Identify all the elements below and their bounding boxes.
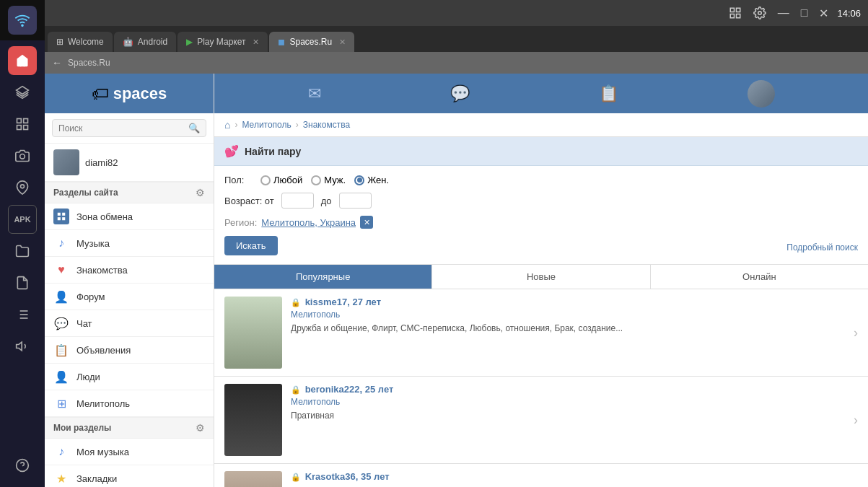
user-card-beronika222[interactable]: 🔒 beronika222, 25 лет Мелитополь Пративн… [214, 377, 868, 464]
nav-city-label: Мелитополь [76, 398, 130, 409]
tab-android-icon: 🤖 [123, 37, 133, 47]
card-info-beronika222: 🔒 beronika222, 25 лет Мелитополь Пративн… [291, 384, 845, 422]
nav-people[interactable]: 👤 Люди [45, 364, 214, 390]
settings-icon[interactable] [753, 6, 766, 19]
user-card-kissme17[interactable]: 🔒 kissme17, 27 лет Мелитополь Дружба и о… [214, 289, 868, 377]
camera-icon[interactable] [8, 141, 37, 170]
map-icon[interactable] [8, 173, 37, 202]
doc-icon[interactable] [8, 268, 37, 297]
profile-avatar[interactable] [748, 80, 775, 108]
tab-spaces-close[interactable]: ✕ [339, 38, 346, 47]
section-breadcrumb[interactable]: Знакомства [303, 120, 350, 130]
nav-dating[interactable]: ♥ Знакомства [45, 257, 214, 284]
svg-rect-3 [24, 119, 28, 123]
minimize-button[interactable]: — [778, 6, 789, 19]
section-myrz-title: Мои разделы [53, 423, 111, 433]
forum-icon: 👤 [53, 289, 69, 304]
section-myrazdelysite: Мои разделы ⚙ [45, 417, 214, 439]
nav-bookmarks-label: Закладки [76, 473, 117, 484]
card-name-krasotka36: 🔒 Krasotka36, 35 лет [291, 471, 845, 482]
age-to-input[interactable] [339, 193, 372, 209]
wifi-icon[interactable] [8, 6, 37, 35]
nav-music[interactable]: ♪ Музыка [45, 230, 214, 257]
mail-icon[interactable]: ✉ [308, 84, 321, 103]
nav-forum-label: Форум [76, 291, 105, 302]
svg-rect-23 [62, 213, 65, 216]
user-card-krasotka36[interactable]: 🔒 Krasotka36, 35 лет › [214, 464, 868, 487]
advanced-search-link[interactable]: Подробный поиск [786, 242, 858, 253]
card-arrow-beronika222: › [854, 413, 858, 428]
radio-male-circle [311, 175, 321, 185]
nav-chat[interactable]: 💬 Чат [45, 310, 214, 337]
tab-play-market[interactable]: ▶ Play Маркет ✕ [177, 32, 268, 52]
nav-ads[interactable]: 📋 Объявления [45, 337, 214, 364]
nav-my-music-label: Моя музыка [76, 447, 129, 457]
list-icon[interactable] [8, 300, 37, 329]
region-value[interactable]: Мелитополь, Украина [261, 217, 356, 228]
search-box: 🔍 [45, 113, 214, 144]
card-photo-krasotka36 [224, 471, 282, 487]
app-sidebar: 🏷 spaces 🔍 diami82 [45, 74, 214, 487]
tab-popular[interactable]: Популярные [214, 265, 432, 289]
region-label: Регион: [224, 217, 257, 228]
find-partner-title: Найти пару [245, 146, 301, 157]
home-breadcrumb[interactable]: ⌂ [224, 119, 230, 131]
age-from-input[interactable] [281, 193, 314, 209]
region-remove-button[interactable]: ✕ [360, 216, 373, 229]
volume-icon[interactable] [8, 332, 37, 361]
tab-play-close[interactable]: ✕ [253, 38, 259, 47]
tab-android-label: Android [138, 37, 167, 47]
svg-rect-24 [58, 217, 61, 220]
nav-city[interactable]: ⊞ Мелитополь [45, 390, 214, 417]
maximize-button[interactable]: □ [801, 6, 808, 19]
section-razdelysite-settings[interactable]: ⚙ [196, 187, 205, 198]
news-icon[interactable]: 📋 [599, 84, 618, 103]
tab-android[interactable]: 🤖 Android [114, 32, 176, 52]
spaces-logo-text: spaces [113, 84, 167, 103]
back-button[interactable]: ← [52, 57, 62, 69]
main-content: ✉ 💬 📋 ⌂ › Мелитополь › Знакомства 💕 Найт [214, 74, 868, 487]
tab-spaces[interactable]: ◼ Spaces.Ru ✕ [269, 32, 354, 52]
app-content: 🏷 spaces 🔍 diami82 [45, 74, 868, 487]
nav-forum[interactable]: 👤 Форум [45, 284, 214, 310]
layers-icon[interactable] [8, 78, 37, 107]
top-navigation: ✉ 💬 📋 [214, 74, 868, 113]
svg-rect-18 [736, 8, 740, 12]
user-row[interactable]: diami82 [45, 144, 214, 182]
svg-rect-25 [62, 217, 65, 220]
gender-female[interactable]: Жен. [354, 175, 389, 185]
nav-dating-label: Знакомства [76, 265, 128, 276]
card-photo-beronika222 [224, 384, 282, 456]
tab-new[interactable]: Новые [432, 265, 650, 289]
close-button[interactable]: ✕ [819, 6, 828, 20]
nav-bookmarks[interactable]: ★ Закладки [45, 465, 214, 487]
tab-online[interactable]: Онлайн [651, 265, 868, 289]
search-button[interactable]: Искать [224, 236, 278, 255]
svg-marker-14 [17, 342, 22, 351]
apk-icon[interactable]: APK [8, 205, 37, 234]
exchange-icon [53, 209, 69, 224]
music-icon: ♪ [53, 235, 69, 251]
messages-icon[interactable]: 💬 [450, 84, 470, 103]
window-chrome: — □ ✕ 14:06 [45, 0, 868, 26]
city-breadcrumb[interactable]: Мелитополь [242, 120, 291, 130]
nav-exchange[interactable]: Зона обмена [45, 203, 214, 230]
nav-my-music[interactable]: ♪ Моя музыка [45, 439, 214, 465]
help-icon[interactable] [8, 451, 37, 480]
tab-welcome[interactable]: ⊞ Welcome [48, 32, 113, 52]
gender-any[interactable]: Любой [260, 175, 302, 185]
home-icon[interactable] [8, 46, 37, 75]
gender-male[interactable]: Муж. [311, 175, 346, 185]
section-myrz-settings[interactable]: ⚙ [196, 422, 205, 434]
tabbar: ⊞ Welcome 🤖 Android ▶ Play Маркет ✕ ◼ Sp… [45, 26, 868, 52]
spaces-logo[interactable]: 🏷 spaces [45, 74, 214, 113]
tab-spaces-label: Spaces.Ru [289, 37, 332, 47]
card-city-kissme17: Мелитополь [291, 310, 845, 320]
spaces-logo-icon: 🏷 [92, 84, 109, 104]
folder-icon[interactable] [8, 237, 37, 266]
card-name-beronika222: 🔒 beronika222, 25 лет [291, 384, 845, 395]
svg-rect-19 [730, 14, 734, 18]
section-razdelysite: Разделы сайта ⚙ [45, 182, 214, 203]
pages-icon[interactable] [8, 110, 37, 139]
search-input[interactable] [58, 123, 188, 133]
